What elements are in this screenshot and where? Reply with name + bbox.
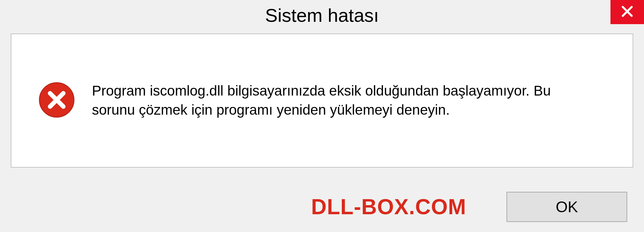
close-button[interactable]: [610, 0, 644, 24]
watermark-text: DLL-BOX.COM: [311, 194, 467, 219]
ok-button[interactable]: OK: [506, 192, 627, 222]
titlebar: Sistem hatası: [0, 0, 644, 30]
error-message: Program iscomlog.dll bilgisayarınızda ek…: [92, 81, 595, 119]
dialog-title: Sistem hatası: [265, 4, 379, 26]
close-icon: [621, 5, 634, 19]
dialog-footer: DLL-BOX.COM OK: [0, 192, 644, 222]
error-icon: [38, 81, 75, 120]
dialog-content: Program iscomlog.dll bilgisayarınızda ek…: [11, 34, 633, 168]
